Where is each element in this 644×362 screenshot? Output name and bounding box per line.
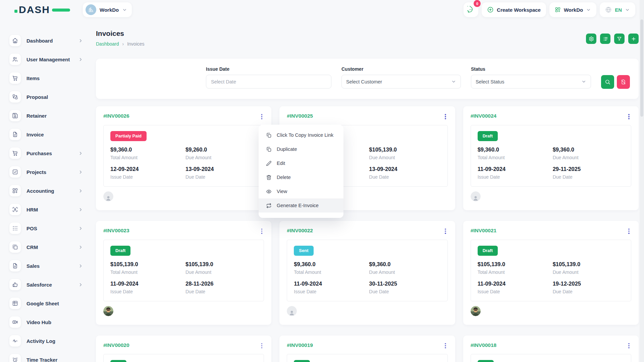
sidebar-item-time-tracker[interactable]: Time Tracker: [9, 354, 83, 362]
sidebar-item-label: Items: [26, 75, 83, 81]
sidebar-item-dashboard[interactable]: Dashboard: [9, 35, 83, 46]
video-icon: [9, 316, 21, 328]
invoice-id-link[interactable]: #INV00024: [471, 113, 497, 119]
due-amount-label: Due Amount: [185, 155, 257, 160]
swap-boxes-icon: [9, 91, 21, 103]
customer-avatar[interactable]: [471, 306, 481, 316]
sidebar-item-crm[interactable]: CRM: [9, 241, 83, 253]
customer-select[interactable]: Select Customer: [341, 75, 461, 88]
reset-filter-button[interactable]: [617, 75, 630, 89]
status-badge: Draft: [478, 246, 498, 256]
menu-item-delete[interactable]: Delete: [259, 170, 343, 184]
sidebar-item-user-management[interactable]: User Management: [9, 54, 83, 65]
menu-item-copy-invoice-link[interactable]: Click To Copy Invoice Link: [259, 128, 343, 142]
card-menu-button[interactable]: [260, 228, 264, 235]
filter-button[interactable]: [614, 34, 625, 44]
sidebar-item-label: Activity Log: [26, 338, 83, 344]
invoice-id-link[interactable]: #INV00026: [103, 113, 129, 119]
cart-icon: [9, 72, 21, 84]
sidebar-item-pos[interactable]: POS: [9, 223, 83, 234]
menu-item-edit[interactable]: Edit: [259, 156, 343, 170]
due-date-label: Due Date: [369, 174, 440, 180]
card-menu-button[interactable]: [443, 228, 448, 235]
customer-avatar[interactable]: [287, 306, 297, 316]
create-workspace-button[interactable]: Create Workspace: [482, 2, 546, 17]
card-menu-button[interactable]: [627, 228, 631, 235]
card-menu-button[interactable]: [443, 113, 448, 120]
language-selector[interactable]: EN: [600, 2, 635, 17]
customer-avatar[interactable]: [103, 191, 113, 201]
user-placeholder-icon: [471, 191, 481, 201]
sidebar-item-google-sheet[interactable]: Google Sheet: [9, 298, 83, 309]
invoice-id-link[interactable]: #INV00022: [287, 228, 313, 234]
settings-button[interactable]: [586, 34, 596, 44]
app-logo[interactable]: DASH: [19, 4, 50, 15]
invoice-id-link[interactable]: #INV00021: [471, 228, 497, 234]
search-icon: [605, 79, 610, 85]
create-workspace-label: Create Workspace: [497, 7, 541, 13]
user-scan-icon: [9, 204, 21, 215]
sidebar-item-hrm[interactable]: HRM: [9, 204, 83, 215]
status-badge: [110, 360, 126, 362]
status-select[interactable]: Select Status: [471, 75, 591, 88]
chevron-down-icon: [581, 79, 586, 84]
customer-avatar[interactable]: [471, 191, 481, 201]
menu-item-label: Click To Copy Invoice Link: [277, 132, 333, 138]
invoice-summary-box: Draft $105,139.0Total Amount $105,139.0D…: [471, 240, 631, 301]
sidebar-item-activity-log[interactable]: Activity Log: [9, 335, 83, 347]
page-scrollbar[interactable]: [640, 0, 644, 362]
sidebar-item-proposal[interactable]: Proposal: [9, 91, 83, 103]
status-label: Status: [471, 66, 591, 72]
workdo-menu-button[interactable]: WorkDo: [549, 2, 596, 17]
invoice-id-link[interactable]: #INV00025: [287, 113, 313, 119]
invoice-card: #INV00024 Draft $9,360.0Total Amount $9,…: [463, 106, 639, 210]
due-date-value: 30-11-2025: [369, 281, 440, 287]
workspace-selector[interactable]: WorkDo: [83, 2, 132, 17]
list-icon: [603, 36, 608, 42]
search-button[interactable]: [601, 75, 614, 89]
add-invoice-button[interactable]: [628, 34, 639, 44]
globe-icon: [605, 6, 612, 13]
customer-avatar[interactable]: [103, 306, 113, 316]
invoice-id-link[interactable]: #INV00019: [287, 342, 313, 348]
sidebar-item-sales[interactable]: Sales: [9, 260, 83, 272]
invoice-id-link[interactable]: #INV00020: [103, 342, 129, 348]
issue-date-input[interactable]: [206, 75, 331, 88]
total-amount-label: Total Amount: [110, 269, 185, 275]
pencil-icon: [266, 161, 272, 166]
user-placeholder-icon: [287, 306, 297, 316]
sidebar-item-video-hub[interactable]: Video Hub: [9, 316, 83, 328]
issue-date-value: 11-09-2024: [478, 281, 553, 287]
issue-date-label: Issue Date: [478, 174, 553, 180]
card-menu-button[interactable]: [260, 342, 264, 350]
sidebar-item-accounting[interactable]: Accounting: [9, 185, 83, 196]
card-menu-button[interactable]: [627, 342, 631, 350]
sidebar-item-label: Salesforce: [26, 282, 72, 288]
menu-item-view[interactable]: View: [259, 184, 343, 198]
sidebar-item-items[interactable]: Items: [9, 72, 83, 84]
list-view-button[interactable]: [600, 34, 610, 44]
breadcrumb-dashboard-link[interactable]: Dashboard: [96, 41, 119, 47]
total-amount-value: $9,360.0: [110, 146, 185, 153]
invoice-id-link[interactable]: #INV00018: [471, 342, 497, 348]
menu-item-label: Duplicate: [277, 146, 297, 152]
issue-date-label: Issue Date: [478, 289, 553, 294]
sidebar-item-purchases[interactable]: Purchases: [9, 147, 83, 159]
sidebar-item-retainer[interactable]: Retainer: [9, 110, 83, 121]
sidebar-item-projects[interactable]: Projects: [9, 166, 83, 178]
breadcrumb-separator: ›: [122, 41, 124, 47]
messages-count-badge: 0: [474, 0, 481, 7]
sidebar-item-invoice[interactable]: Invoice: [9, 129, 83, 140]
messages-button[interactable]: 0: [464, 2, 478, 17]
invoice-summary-box: Draft $9,360.0Total Amount $9,360.0Due A…: [471, 125, 631, 187]
scrollbar-thumb[interactable]: [640, 19, 643, 117]
card-menu-button[interactable]: [260, 113, 264, 120]
menu-item-duplicate[interactable]: Duplicate: [259, 142, 343, 156]
due-date-label: Due Date: [185, 289, 257, 294]
card-menu-button[interactable]: [443, 342, 448, 350]
sidebar-item-salesforce[interactable]: Salesforce: [9, 279, 83, 290]
card-menu-button[interactable]: [627, 113, 631, 120]
issue-date-field: Issue Date: [206, 66, 331, 89]
menu-item-generate-e-invoice[interactable]: Generate E-Invoice: [259, 198, 343, 213]
invoice-id-link[interactable]: #INV00023: [103, 228, 129, 234]
